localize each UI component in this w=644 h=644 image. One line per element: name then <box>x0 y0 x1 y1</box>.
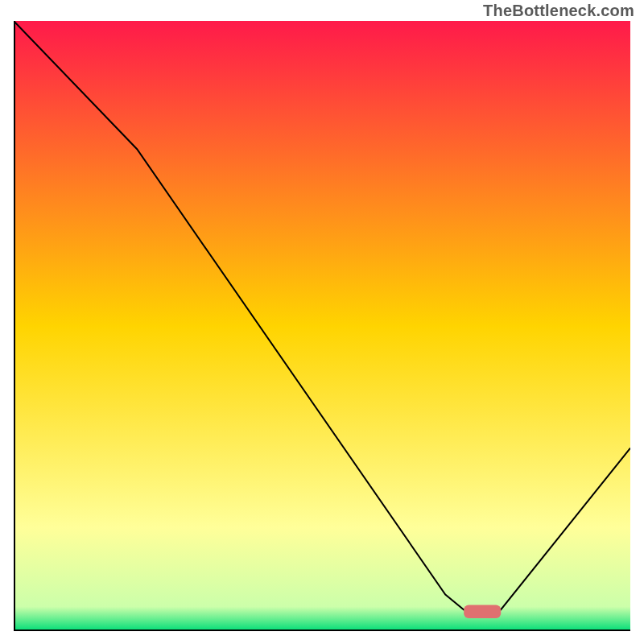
axes-frame <box>14 21 630 631</box>
watermark-text: TheBottleneck.com <box>483 2 634 20</box>
